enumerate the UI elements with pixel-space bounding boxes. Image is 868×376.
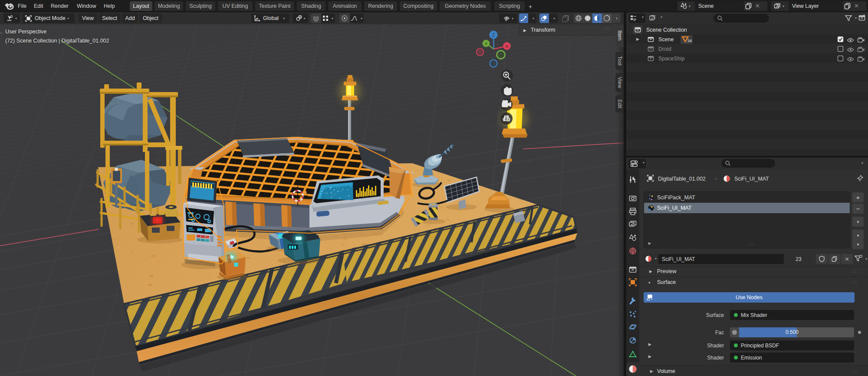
- svg-text:X: X: [506, 44, 509, 49]
- svg-text:Y: Y: [485, 41, 488, 46]
- svg-text:Z: Z: [492, 33, 495, 37]
